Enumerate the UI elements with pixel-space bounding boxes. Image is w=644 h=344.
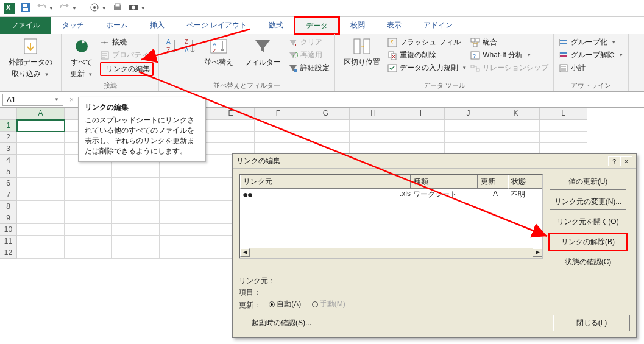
tab-view[interactable]: 表示	[376, 17, 412, 34]
col-type[interactable]: 種類	[411, 175, 478, 189]
cell[interactable]	[492, 120, 540, 132]
reapply-button[interactable]: 再適用	[288, 49, 330, 61]
subtotal-button[interactable]: 小計	[559, 62, 623, 74]
cell[interactable]	[445, 120, 492, 132]
cell[interactable]	[302, 120, 350, 132]
tab-page-layout[interactable]: ページ レイアウト	[175, 17, 258, 34]
cell[interactable]	[397, 132, 445, 143]
row-header[interactable]: 11	[0, 236, 17, 247]
cell[interactable]	[112, 247, 160, 259]
cell[interactable]	[160, 178, 207, 189]
ungroup-button[interactable]: グループ解除▼	[559, 49, 623, 61]
close-button[interactable]: 閉じる(L)	[553, 315, 630, 331]
scroll-left-icon[interactable]: ◀	[240, 248, 250, 257]
cell[interactable]	[445, 132, 492, 143]
radio-auto[interactable]: 自動(A)	[269, 299, 301, 309]
tab-file[interactable]: ファイル	[0, 17, 51, 34]
cell[interactable]	[17, 247, 65, 259]
print-preview-icon[interactable]	[113, 2, 122, 14]
filter-button[interactable]: フィルター	[241, 37, 285, 68]
cell[interactable]	[65, 247, 112, 259]
cell[interactable]	[112, 189, 160, 201]
cell[interactable]	[302, 132, 350, 143]
cell[interactable]	[112, 212, 160, 224]
cell[interactable]	[17, 224, 65, 236]
column-header[interactable]: A	[17, 108, 65, 120]
row-header[interactable]: 1	[0, 120, 17, 132]
row-header[interactable]: 5	[0, 166, 17, 178]
undo-dropdown-icon[interactable]: ▼	[49, 5, 54, 11]
tab-home[interactable]: ホーム	[95, 17, 139, 34]
col-status[interactable]: 状態	[508, 175, 542, 189]
row-header[interactable]: 4	[0, 155, 17, 166]
cell[interactable]	[17, 155, 65, 166]
cell[interactable]	[17, 143, 65, 155]
row-header[interactable]: 9	[0, 212, 17, 224]
column-header[interactable]: J	[445, 108, 492, 120]
cell[interactable]	[112, 224, 160, 236]
redo-icon[interactable]	[60, 2, 69, 14]
cell[interactable]	[160, 189, 207, 201]
column-header[interactable]: L	[540, 108, 587, 120]
tab-review[interactable]: 校閲	[339, 17, 376, 34]
touch-dropdown-icon[interactable]: ▼	[102, 5, 107, 11]
cell[interactable]	[65, 224, 112, 236]
name-box-dropdown-icon[interactable]: ▼	[54, 97, 59, 102]
name-box[interactable]: A1 ▼	[2, 94, 63, 106]
tab-formulas[interactable]: 数式	[258, 17, 294, 34]
qat-customize-icon[interactable]: ▼	[141, 5, 146, 11]
row-header[interactable]: 6	[0, 178, 17, 189]
cell[interactable]	[540, 120, 587, 132]
cell[interactable]	[160, 236, 207, 247]
cell[interactable]	[17, 212, 65, 224]
cell[interactable]	[17, 189, 65, 201]
dialog-titlebar[interactable]: リンクの編集 ? ×	[233, 154, 636, 169]
cell[interactable]	[207, 120, 255, 132]
group-button[interactable]: グループ化▼	[559, 37, 623, 48]
get-external-data-button[interactable]: 外部データの 取り込み ▼	[5, 37, 56, 79]
cell[interactable]	[112, 178, 160, 189]
advanced-button[interactable]: 詳細設定	[288, 62, 330, 74]
cell[interactable]	[17, 166, 65, 178]
cell[interactable]	[112, 166, 160, 178]
cell[interactable]	[65, 166, 112, 178]
connections-button[interactable]: 接続	[100, 37, 154, 48]
column-header[interactable]: G	[302, 108, 350, 120]
cell[interactable]	[350, 120, 397, 132]
refresh-all-button[interactable]: すべて 更新 ▼	[66, 37, 96, 79]
cancel-icon[interactable]: ×	[66, 96, 77, 104]
column-header[interactable]: I	[397, 108, 445, 120]
tab-addin[interactable]: アドイン	[412, 17, 464, 34]
row-header[interactable]: 7	[0, 189, 17, 201]
dialog-close-icon[interactable]: ×	[620, 156, 632, 166]
save-icon[interactable]	[21, 2, 30, 14]
cell[interactable]	[397, 120, 445, 132]
list-row[interactable]: ●● .xls ワークシート A 不明	[240, 189, 542, 201]
column-header[interactable]: K	[492, 108, 540, 120]
sort-button[interactable]: AZ 並べ替え	[200, 37, 237, 68]
cell[interactable]	[160, 212, 207, 224]
cell[interactable]	[112, 201, 160, 212]
cell[interactable]	[350, 132, 397, 143]
cell[interactable]	[17, 201, 65, 212]
clear-button[interactable]: クリア	[288, 37, 330, 48]
row-header[interactable]: 2	[0, 132, 17, 143]
touch-mode-icon[interactable]	[90, 2, 99, 14]
tab-data[interactable]: データ	[294, 17, 339, 34]
cell[interactable]	[207, 132, 255, 143]
cell[interactable]	[540, 132, 587, 143]
break-link-button[interactable]: リンクの解除(B)	[550, 234, 626, 250]
cell[interactable]	[65, 212, 112, 224]
change-source-button[interactable]: リンク元の変更(N)...	[550, 194, 626, 210]
startup-prompt-button[interactable]: 起動時の確認(S)...	[239, 315, 324, 331]
consolidate-button[interactable]: 統合	[470, 37, 548, 48]
column-header[interactable]: H	[350, 108, 397, 120]
cell[interactable]	[160, 201, 207, 212]
row-header[interactable]: 10	[0, 224, 17, 236]
cell[interactable]	[17, 132, 65, 143]
undo-icon[interactable]	[37, 2, 46, 14]
camera-icon[interactable]	[129, 2, 138, 14]
row-header[interactable]: 3	[0, 143, 17, 155]
data-validation-button[interactable]: データの入力規則▼	[387, 62, 467, 74]
cell[interactable]	[17, 236, 65, 247]
